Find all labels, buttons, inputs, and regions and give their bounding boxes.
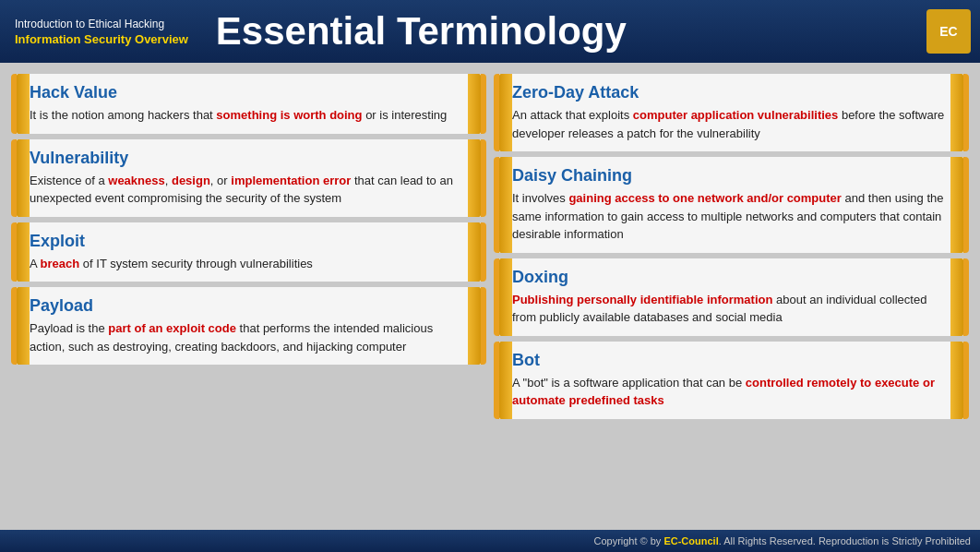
- left-bar: [499, 157, 512, 253]
- left-bar: [499, 258, 512, 336]
- daisy-chaining-title: Daisy Chaining: [512, 166, 950, 186]
- exploit-card: Exploit A breach of IT system security t…: [11, 222, 486, 282]
- zero-day-title: Zero-Day Attack: [512, 83, 950, 102]
- right-bar: [950, 342, 963, 419]
- right-bar: [468, 222, 481, 282]
- exploit-body: A breach of IT system security through v…: [30, 255, 468, 273]
- right-bar: [468, 139, 481, 217]
- right-bar: [950, 157, 963, 253]
- payload-card: Payload Payload is the part of an exploi…: [11, 287, 486, 365]
- section-title: Information Security Overview: [15, 32, 188, 46]
- right-column: Zero-Day Attack An attack that exploits …: [490, 70, 973, 526]
- bot-highlight: controlled remotely to execute or automa…: [512, 376, 935, 408]
- daisy-highlight: gaining access to one network and/or com…: [568, 191, 841, 205]
- payload-body: Payload is the part of an exploit code t…: [30, 319, 468, 355]
- doxing-highlight: Publishing personally identifiable infor…: [512, 293, 772, 306]
- footer-text: Copyright © by EC-Council. All Rights Re…: [593, 535, 971, 546]
- vuln-h3: implementation error: [231, 174, 351, 187]
- payload-highlight: part of an exploit code: [108, 321, 236, 335]
- left-bar: [17, 287, 30, 365]
- header-text-block: Introduction to Ethical Hacking Informat…: [15, 18, 188, 46]
- zero-day-body: An attack that exploits computer applica…: [512, 106, 950, 142]
- hack-value-title: Hack Value: [30, 83, 468, 102]
- page-title: Essential Terminology: [216, 9, 627, 54]
- brand-name: EC-Council: [663, 535, 718, 546]
- hack-value-card: Hack Value It is the notion among hacker…: [11, 74, 486, 134]
- right-bar: [950, 74, 963, 151]
- payload-title: Payload: [30, 296, 468, 316]
- zero-day-card: Zero-Day Attack An attack that exploits …: [494, 74, 969, 151]
- hack-value-highlight: something is worth doing: [216, 108, 362, 122]
- copyright-label: Copyright © by: [593, 535, 663, 546]
- doxing-title: Doxing: [512, 268, 950, 287]
- vuln-h2: design: [172, 174, 210, 187]
- vuln-h1: weakness: [108, 174, 164, 187]
- exploit-highlight: breach: [41, 257, 80, 270]
- left-column: Hack Value It is the notion among hacker…: [7, 70, 490, 526]
- logo: EC: [926, 9, 971, 54]
- right-bar: [468, 74, 481, 134]
- left-bar: [499, 342, 512, 419]
- left-bar: [17, 222, 30, 282]
- vulnerability-card: Vulnerability Existence of a weakness, d…: [11, 139, 486, 217]
- bot-title: Bot: [512, 351, 950, 370]
- course-title: Introduction to Ethical Hacking: [15, 18, 188, 30]
- left-bar: [17, 139, 30, 217]
- daisy-chaining-body: It involves gaining access to one networ…: [512, 189, 950, 244]
- right-bar: [950, 258, 963, 336]
- main-content: Hack Value It is the notion among hacker…: [0, 63, 980, 530]
- left-bar: [499, 74, 512, 151]
- zero-day-highlight: computer application vulnerabilities: [633, 108, 839, 122]
- bot-card: Bot A "bot" is a software application th…: [494, 342, 969, 419]
- bot-body: A "bot" is a software application that c…: [512, 374, 950, 410]
- doxing-body: Publishing personally identifiable infor…: [512, 291, 950, 327]
- daisy-chaining-card: Daisy Chaining It involves gaining acces…: [494, 157, 969, 253]
- header: Introduction to Ethical Hacking Informat…: [0, 0, 980, 63]
- vulnerability-title: Vulnerability: [30, 149, 468, 168]
- doxing-card: Doxing Publishing personally identifiabl…: [494, 258, 969, 336]
- footer-text2: . All Rights Reserved. Reproduction is S…: [719, 535, 971, 546]
- hack-value-body: It is the notion among hackers that some…: [30, 106, 468, 125]
- right-bar: [468, 287, 481, 365]
- footer: Copyright © by EC-Council. All Rights Re…: [0, 530, 980, 552]
- left-bar: [17, 74, 30, 134]
- exploit-title: Exploit: [30, 232, 468, 251]
- vulnerability-body: Existence of a weakness, design, or impl…: [30, 172, 468, 208]
